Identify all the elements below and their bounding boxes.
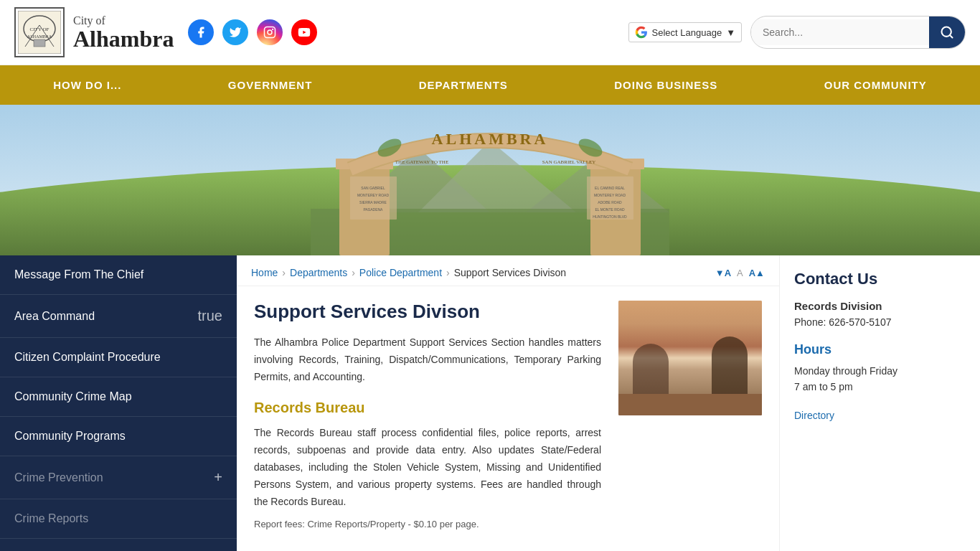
svg-text:HUNTINGTON BLVD: HUNTINGTON BLVD (593, 215, 627, 219)
nav-item-our-community[interactable]: OUR COMMUNITY (803, 65, 948, 105)
right-panel: Contact Us Records Division Phone: 626-5… (779, 255, 980, 551)
logo-area: CITY OF ALHAMBRA City of Alhambra (14, 7, 174, 57)
header: CITY OF ALHAMBRA City of Alhambra (0, 0, 980, 65)
breadcrumb-police-department[interactable]: Police Department (359, 267, 442, 278)
sidebar: Message From The Chief Area Command true… (0, 255, 237, 551)
hero-trees-right (837, 105, 980, 255)
breadcrumb: Home › Departments › Police Department ›… (251, 267, 566, 278)
svg-text:SAN GABRIEL VALLEY: SAN GABRIEL VALLEY (542, 159, 596, 165)
contact-title: Contact Us (794, 270, 966, 288)
directory-link[interactable]: Directory (794, 410, 834, 421)
search-input[interactable] (751, 19, 929, 45)
svg-rect-25 (350, 176, 397, 220)
contact-section-label: Records Division (794, 300, 966, 312)
svg-text:THE GATEWAY TO THE: THE GATEWAY TO THE (395, 159, 448, 165)
font-controls: ▼A A A▲ (715, 268, 765, 278)
section-title: Records Bureau (254, 400, 601, 416)
content-area: Home › Departments › Police Department ›… (237, 255, 779, 551)
main-text: Support Services Divison The Alhambra Po… (254, 301, 601, 529)
twitter-icon[interactable] (222, 19, 248, 45)
sidebar-item-area-command[interactable]: Area Command true (0, 295, 237, 338)
svg-text:ADOBE ROAD: ADOBE ROAD (598, 200, 622, 204)
nav-item-doing-business[interactable]: DOING BUSINESS (593, 65, 739, 105)
language-label: Select Language (652, 27, 722, 38)
breadcrumb-bar: Home › Departments › Police Department ›… (237, 255, 779, 286)
section-description: The Records Bureau staff process confide… (254, 425, 601, 510)
breadcrumb-home[interactable]: Home (251, 267, 278, 278)
contact-info: Phone: 626-570-5107 (794, 316, 966, 328)
svg-text:CITY OF: CITY OF (30, 27, 50, 32)
breadcrumb-current: Support Services Divison (454, 267, 566, 278)
main-container: Message From The Chief Area Command true… (0, 255, 980, 551)
svg-point-6 (268, 30, 272, 34)
content-image (618, 301, 762, 415)
language-dropdown-arrow: ▼ (726, 27, 735, 38)
header-left: CITY OF ALHAMBRA City of Alhambra (14, 7, 317, 57)
svg-text:SIERRA MADRE: SIERRA MADRE (359, 200, 387, 204)
search-bar (750, 16, 966, 49)
nav-bar: HOW DO I... GOVERNMENT DEPARTMENTS DOING… (0, 65, 980, 105)
svg-text:PASADENA: PASADENA (364, 207, 384, 212)
sidebar-item-crime-reports[interactable]: Crime Reports (0, 499, 237, 539)
crime-prevention-expand: + (214, 469, 222, 486)
svg-text:EL CAMINO REAL: EL CAMINO REAL (595, 186, 625, 190)
svg-text:SAN GABRIEL: SAN GABRIEL (361, 186, 385, 190)
svg-point-7 (272, 29, 273, 30)
svg-rect-5 (265, 27, 275, 38)
facebook-icon[interactable] (188, 19, 214, 45)
breadcrumb-departments[interactable]: Departments (290, 267, 347, 278)
svg-text:MONTEREY ROAD: MONTEREY ROAD (357, 193, 389, 197)
svg-text:ALHAMBRA: ALHAMBRA (432, 130, 549, 148)
page-description: The Alhambra Police Department Support S… (254, 334, 601, 385)
youtube-icon[interactable] (291, 19, 317, 45)
sidebar-item-crime-prevention[interactable]: Crime Prevention + (0, 456, 237, 499)
hero-trees-left (0, 105, 143, 255)
header-right: Select Language ▼ (628, 16, 966, 49)
font-increase[interactable]: A▲ (749, 268, 765, 278)
nav-item-departments[interactable]: DEPARTMENTS (397, 65, 529, 105)
city-logo: CITY OF ALHAMBRA (14, 7, 65, 57)
page-title: Support Services Divison (254, 301, 601, 323)
social-icons (188, 19, 317, 45)
hours-info: Monday through Friday 7 am to 5 pm (794, 363, 966, 395)
font-decrease[interactable]: ▼A (715, 268, 731, 278)
search-button[interactable] (929, 17, 965, 48)
sidebar-item-crime-statistics[interactable]: Crime Statistics (0, 539, 237, 551)
logo-text: City of Alhambra (73, 14, 174, 50)
nav-item-government[interactable]: GOVERNMENT (207, 65, 334, 105)
instagram-icon[interactable] (257, 19, 283, 45)
svg-rect-4 (34, 39, 45, 47)
svg-line-10 (950, 35, 953, 38)
fees-note: Report fees: Crime Reports/Property - $0… (254, 519, 601, 529)
svg-text:MONTEREY ROAD: MONTEREY ROAD (594, 193, 626, 197)
area-command-expand: true (198, 308, 222, 324)
nav-item-how-do-i[interactable]: HOW DO I... (32, 65, 143, 105)
svg-rect-30 (587, 176, 633, 220)
language-selector[interactable]: Select Language ▼ (628, 22, 742, 42)
sidebar-item-community-crime-map[interactable]: Community Crime Map (0, 377, 237, 417)
hero-banner: ALHAMBRA THE GATEWAY TO THE SAN GABRIEL … (0, 105, 980, 255)
sidebar-item-community-programs[interactable]: Community Programs (0, 417, 237, 456)
sidebar-item-message-from-chief[interactable]: Message From The Chief (0, 255, 237, 295)
hours-title: Hours (794, 342, 966, 357)
sidebar-item-citizen-complaint[interactable]: Citizen Complaint Procedure (0, 338, 237, 377)
hero-arch: ALHAMBRA THE GATEWAY TO THE SAN GABRIEL … (311, 105, 669, 255)
content-body: Support Services Divison The Alhambra Po… (237, 286, 779, 544)
svg-text:EL MONTE ROAD: EL MONTE ROAD (595, 207, 625, 212)
